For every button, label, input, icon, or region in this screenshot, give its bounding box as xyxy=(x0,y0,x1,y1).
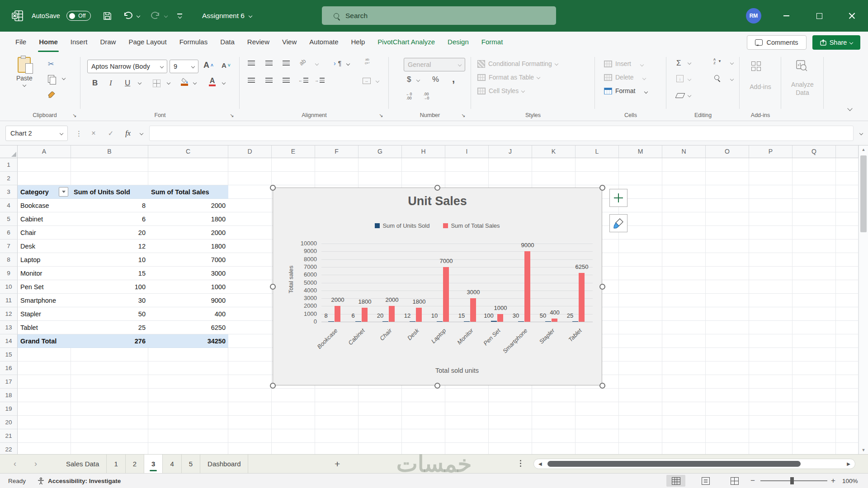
tab-format[interactable]: Format xyxy=(475,32,509,53)
pivot-cell-category[interactable]: Stapler xyxy=(18,307,71,321)
vertical-scrollbar-thumb[interactable] xyxy=(860,155,867,232)
insert-function-button[interactable]: fx xyxy=(121,126,135,141)
font-color-button[interactable]: A xyxy=(209,77,216,86)
bar-units-tablet[interactable] xyxy=(572,321,578,322)
chart-selection-handle[interactable] xyxy=(270,383,276,389)
sheet-tab-dashboard[interactable]: Dashboard xyxy=(200,455,248,473)
row-header-20[interactable]: 20 xyxy=(0,416,18,429)
sheet-tab-3[interactable]: 3 xyxy=(144,455,163,473)
tab-home[interactable]: Home xyxy=(33,32,64,53)
save-button[interactable] xyxy=(103,0,112,32)
tab-draw[interactable]: Draw xyxy=(94,32,122,53)
column-header-B[interactable]: B xyxy=(71,145,148,158)
font-size-select[interactable]: 9 xyxy=(170,60,198,73)
excel-app-icon[interactable] xyxy=(11,0,24,32)
column-header-G[interactable]: G xyxy=(359,145,402,158)
pivot-cell-sales[interactable]: 7000 xyxy=(148,253,228,267)
pivot-header-units[interactable]: Sum of Units Sold xyxy=(71,185,148,199)
column-header-N[interactable]: N xyxy=(662,145,706,158)
page-layout-view-button[interactable] xyxy=(696,475,715,487)
comments-button[interactable]: Comments xyxy=(747,35,807,50)
page-break-view-button[interactable] xyxy=(725,475,744,487)
increase-indent-button[interactable]: → xyxy=(315,78,325,83)
row-header-22[interactable]: 22 xyxy=(0,443,18,454)
tab-formulas[interactable]: Formulas xyxy=(173,32,214,53)
prev-sheet-button[interactable]: ‹ xyxy=(14,455,16,473)
decrease-decimal-button[interactable]: ←0.00 xyxy=(406,92,412,101)
collapse-ribbon-icon[interactable] xyxy=(848,107,852,110)
zoom-in-button[interactable]: + xyxy=(831,474,835,488)
fill-button[interactable]: ↓ xyxy=(676,75,684,82)
expand-formula-bar-icon[interactable] xyxy=(854,126,868,141)
function-dropdown-icon[interactable] xyxy=(135,126,148,141)
chart-selection-handle[interactable] xyxy=(270,185,276,191)
cancel-formula-button[interactable]: × xyxy=(87,126,100,141)
filter-dropdown-button[interactable] xyxy=(59,187,68,197)
column-header-E[interactable]: E xyxy=(272,145,315,158)
align-top-button[interactable] xyxy=(248,61,255,66)
chart-styles-button[interactable] xyxy=(609,214,627,232)
borders-button[interactable] xyxy=(153,80,160,87)
clipboard-dialog-launcher-icon[interactable]: ↘ xyxy=(72,113,76,118)
bar-units-laptop[interactable] xyxy=(437,321,443,322)
minimize-button[interactable] xyxy=(773,0,799,32)
align-bottom-button[interactable] xyxy=(283,61,290,66)
percent-style-button[interactable]: % xyxy=(432,75,439,84)
column-header-C[interactable]: C xyxy=(148,145,228,158)
column-header-K[interactable]: K xyxy=(532,145,576,158)
scroll-up-icon[interactable]: ▲ xyxy=(859,147,868,152)
copy-button[interactable] xyxy=(48,75,54,83)
pivot-cell-category[interactable]: Bookcase xyxy=(18,199,71,212)
bar-sales-smartphone[interactable] xyxy=(524,251,530,322)
bar-units-monitor[interactable] xyxy=(464,321,470,322)
alignment-dialog-launcher-icon[interactable]: ↘ xyxy=(379,113,383,118)
copy-dropdown-icon[interactable] xyxy=(62,77,65,80)
pivot-cell-category[interactable]: Cabinet xyxy=(18,212,71,226)
pivot-cell-units[interactable]: 10 xyxy=(71,253,148,267)
bar-units-stapler[interactable] xyxy=(545,321,551,322)
align-middle-button[interactable] xyxy=(265,61,273,66)
autosum-dropdown-icon[interactable] xyxy=(688,61,691,64)
bar-units-smartphone[interactable] xyxy=(518,321,524,322)
column-header-J[interactable]: J xyxy=(489,145,532,158)
autosum-button[interactable]: Σ xyxy=(676,59,681,68)
row-header-8[interactable]: 8 xyxy=(0,253,18,267)
column-header-partial[interactable] xyxy=(836,145,859,158)
chart-selection-handle[interactable] xyxy=(434,185,440,191)
align-left-button[interactable] xyxy=(248,78,255,83)
italic-button[interactable]: I xyxy=(109,79,112,88)
row-header-6[interactable]: 6 xyxy=(0,226,18,239)
sheet-tab-4[interactable]: 4 xyxy=(163,455,181,473)
tab-file[interactable]: File xyxy=(9,32,33,53)
align-center-button[interactable] xyxy=(265,78,273,83)
sort-filter-button[interactable]: AZ▼ xyxy=(713,58,722,65)
column-header-P[interactable]: P xyxy=(749,145,793,158)
tab-design[interactable]: Design xyxy=(441,32,475,53)
bar-units-desk[interactable] xyxy=(410,321,415,322)
chart-legend[interactable]: Sum of Units Sold Sum of Total Sales xyxy=(273,222,602,229)
bar-sales-stapler[interactable] xyxy=(552,319,557,322)
borders-dropdown-icon[interactable] xyxy=(167,81,170,84)
decrease-font-size-button[interactable]: A˅ xyxy=(222,61,231,69)
new-sheet-button[interactable]: + xyxy=(335,455,340,473)
column-header-D[interactable]: D xyxy=(228,145,272,158)
pivot-cell-units[interactable]: 30 xyxy=(71,294,148,307)
pivot-cell-sales[interactable]: 1800 xyxy=(148,239,228,253)
row-header-18[interactable]: 18 xyxy=(0,389,18,402)
bar-units-pen-set[interactable] xyxy=(491,321,497,322)
orientation-dropdown-icon[interactable] xyxy=(316,62,318,65)
pivot-cell-category[interactable]: Pen Set xyxy=(18,280,71,294)
zoom-out-button[interactable]: − xyxy=(750,474,755,488)
pivot-cell-sales[interactable]: 400 xyxy=(148,307,228,321)
search-input[interactable]: Search xyxy=(322,6,556,25)
styles-item-format-as-table[interactable]: Format as Table xyxy=(477,70,558,84)
formatting-marks-dropdown-icon[interactable] xyxy=(347,62,349,65)
pivot-cell-units[interactable]: 20 xyxy=(71,226,148,239)
pivot-cell-units[interactable]: 50 xyxy=(71,307,148,321)
pivot-chart[interactable]: Unit Sales Sum of Units Sold Sum of Tota… xyxy=(273,188,602,385)
row-header-17[interactable]: 17 xyxy=(0,375,18,389)
increase-decimal-button[interactable]: .00→0 xyxy=(423,92,429,101)
row-header-13[interactable]: 13 xyxy=(0,321,18,334)
column-header-A[interactable]: A xyxy=(18,145,71,158)
redo-button[interactable] xyxy=(151,0,160,32)
